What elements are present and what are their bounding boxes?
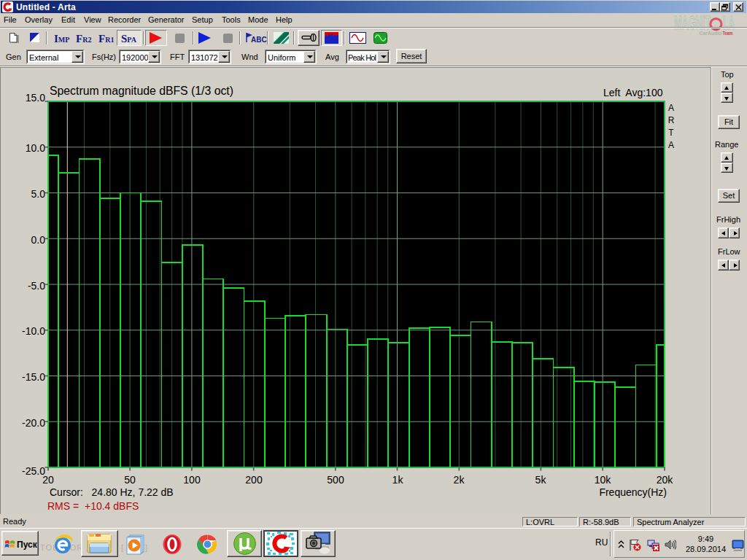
svg-text:CarAudio: CarAudio [700,30,722,36]
svg-text:Team: Team [723,30,733,36]
